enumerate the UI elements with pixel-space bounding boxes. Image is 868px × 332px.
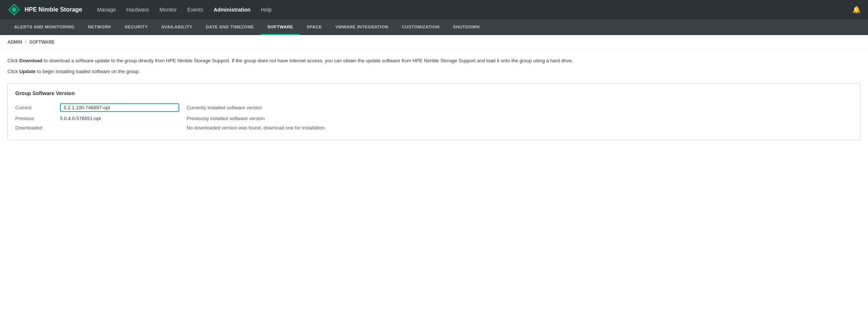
breadcrumb: ADMIN / SOFTWARE [0, 35, 868, 50]
subnav-vmware[interactable]: VMWARE INTEGRATION [329, 19, 395, 35]
brand-logo-area: HPE Nimble Storage [7, 3, 82, 16]
nav-monitor[interactable]: Monitor [159, 5, 177, 14]
subnav-shutdown[interactable]: SHUTDOWN [446, 19, 487, 35]
subnav-network[interactable]: NETWORK [81, 19, 118, 35]
nav-administration[interactable]: Administration [214, 5, 251, 14]
version-note-previous: Previously installed software version [187, 116, 265, 121]
version-value-current: 5.2.1.100-746897-opt [60, 103, 179, 112]
download-keyword: Download [19, 58, 42, 63]
breadcrumb-separator: / [25, 40, 26, 45]
version-card: Group Software Version Current 5.2.1.100… [7, 83, 861, 140]
version-label-current: Current [15, 105, 60, 110]
svg-marker-2 [11, 7, 17, 13]
version-label-downloaded: Downloaded [15, 125, 60, 131]
subnav-alerts[interactable]: ALERTS AND MONITORING [7, 19, 81, 35]
top-nav-links: Manage Hardware Monitor Events Administr… [97, 5, 852, 14]
main-content: Click Download to download a software up… [0, 50, 868, 148]
nav-manage[interactable]: Manage [97, 5, 116, 14]
description-update: Click Update to begin installing loaded … [7, 68, 861, 76]
brand-name-text: HPE Nimble Storage [25, 6, 82, 13]
subnav-software[interactable]: SOFTWARE [261, 19, 300, 35]
version-row-downloaded: Downloaded No downloaded version was fou… [15, 123, 853, 132]
breadcrumb-admin[interactable]: ADMIN [7, 40, 22, 45]
version-note-downloaded: No downloaded version was found, downloa… [187, 125, 326, 131]
subnav-datetime[interactable]: DATE AND TIMEZONE [199, 19, 261, 35]
version-row-previous: Previous 5.0.4.0-576551-opt Previously i… [15, 114, 853, 123]
top-navigation: HPE Nimble Storage Manage Hardware Monit… [0, 0, 868, 19]
subnav-availability[interactable]: AVAILABILITY [155, 19, 199, 35]
version-value-previous: 5.0.4.0-576551-opt [60, 116, 179, 121]
nav-help[interactable]: Help [261, 5, 272, 14]
brand-logo-icon [7, 3, 21, 16]
top-nav-right: 🔔 [852, 6, 861, 14]
subnav-customization[interactable]: CUSTOMIZATION [395, 19, 446, 35]
version-row-current: Current 5.2.1.100-746897-opt Currently i… [15, 101, 853, 114]
subnav-space[interactable]: SPACE [300, 19, 329, 35]
version-label-previous: Previous [15, 116, 60, 121]
version-note-current: Currently installed software version [187, 105, 262, 110]
update-keyword: Update [19, 69, 36, 74]
version-card-title: Group Software Version [15, 90, 853, 96]
subnav-security[interactable]: SECURITY [118, 19, 155, 35]
notification-bell-icon[interactable]: 🔔 [852, 6, 861, 14]
nav-events[interactable]: Events [187, 5, 203, 14]
breadcrumb-current: SOFTWARE [29, 40, 55, 45]
description-download: Click Download to download a software up… [7, 57, 861, 65]
sub-navigation: ALERTS AND MONITORING NETWORK SECURITY A… [0, 19, 868, 35]
nav-hardware[interactable]: Hardware [126, 5, 149, 14]
